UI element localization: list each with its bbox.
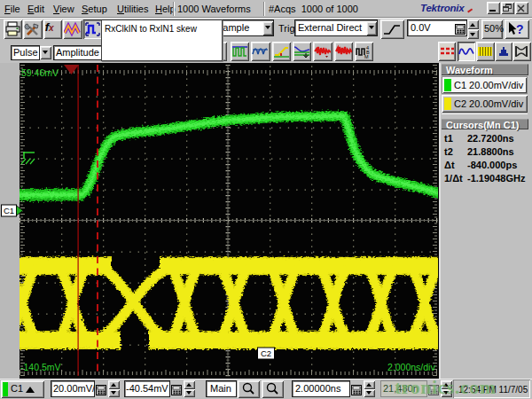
svg-text:C2: C2 — [261, 348, 271, 358]
svg-text:-140.5mV: -140.5mV — [20, 362, 61, 372]
svg-text:M: M — [364, 54, 369, 59]
svg-text:2.000ns/div: 2.000ns/div — [387, 362, 435, 372]
svg-text:?: ? — [516, 22, 524, 36]
svg-text:59.46mV: 59.46mV — [21, 67, 59, 78]
svg-text:C1: C1 — [4, 206, 14, 215]
